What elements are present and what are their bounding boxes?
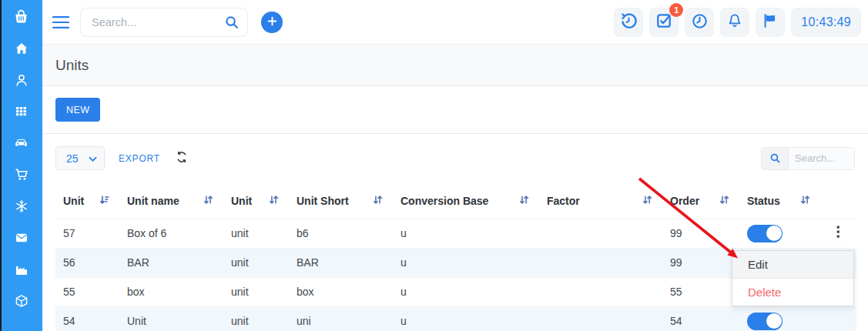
column-label: Conversion Base: [400, 195, 488, 207]
table-search-icon: [762, 148, 789, 169]
table-cell: unit: [223, 248, 289, 277]
column-header-unit-short[interactable]: Unit Short: [289, 183, 393, 219]
table-cell: 55: [55, 277, 119, 306]
column-header-factor[interactable]: Factor: [539, 183, 662, 219]
plus-icon: [266, 15, 278, 29]
new-button[interactable]: NEW: [55, 98, 100, 122]
column-header-unit[interactable]: Unit: [55, 183, 119, 219]
table-cell: 54: [55, 306, 119, 331]
sidebar-item-mail[interactable]: [13, 222, 29, 253]
sidebar-item-home[interactable]: [13, 32, 29, 64]
global-search: [80, 8, 248, 37]
history-icon: [620, 12, 638, 32]
hamburger-icon[interactable]: [52, 15, 69, 29]
sidebar-item-car[interactable]: [13, 127, 29, 159]
status-cell: [739, 306, 820, 331]
mail-icon: [14, 230, 29, 246]
clock-display: 10:43:49: [791, 8, 861, 37]
action-bar: NEW: [42, 86, 868, 134]
table-search-input[interactable]: [789, 148, 854, 169]
table-cell: box: [289, 277, 393, 306]
column-label: Unit: [63, 195, 84, 207]
clock-icon: [691, 12, 709, 32]
context-menu-edit[interactable]: Edit: [732, 251, 853, 279]
table-search: [761, 147, 855, 170]
column-header-order[interactable]: Order: [662, 183, 739, 219]
page-size-value: 25: [66, 152, 79, 165]
context-menu-delete[interactable]: Delete: [732, 279, 853, 306]
row-context-menu: EditDelete: [732, 250, 854, 306]
table-cell: u: [393, 219, 539, 248]
table-cell: 99: [662, 219, 739, 248]
export-button[interactable]: EXPORT: [119, 153, 160, 164]
sort-desc-icon: [99, 195, 109, 207]
app-root: 1 10:43:49 Units NEW 25 EXPORT: [0, 0, 868, 331]
table-cell: u: [393, 248, 539, 277]
sidebar-item-cube[interactable]: [13, 285, 29, 316]
sidebar-item-grid[interactable]: [13, 95, 29, 127]
sort-both-icon: [642, 195, 652, 207]
sidebar-item-user[interactable]: [13, 64, 29, 95]
refresh-button[interactable]: [176, 151, 188, 166]
sort-both-icon: [373, 195, 383, 207]
topbar: 1 10:43:49: [42, 0, 868, 45]
history-button[interactable]: [614, 8, 643, 37]
bell-button[interactable]: [720, 8, 749, 37]
clock-button[interactable]: [685, 8, 714, 37]
table-cell: u: [393, 306, 539, 331]
notification-badge: 1: [669, 3, 683, 17]
table-cell: b6: [289, 219, 393, 248]
column-header-unit[interactable]: Unit: [223, 183, 289, 219]
table-cell: BAR: [289, 248, 393, 277]
table-cell: uni: [289, 306, 393, 331]
row-menu-button[interactable]: [832, 224, 845, 242]
snowflake-icon: [14, 199, 29, 214]
check-square-icon: [655, 12, 672, 32]
cube-icon: [14, 293, 29, 309]
sidebar: [0, 0, 42, 331]
page-size-select[interactable]: 25: [55, 146, 105, 170]
sidebar-item-cart[interactable]: [13, 159, 29, 190]
sort-both-icon: [800, 195, 810, 207]
flag-button[interactable]: [756, 8, 785, 37]
column-header-conversion-base[interactable]: Conversion Base: [393, 183, 539, 219]
table-cell: 54: [662, 306, 739, 331]
table-cell: [539, 306, 662, 331]
kebab-icon: [836, 229, 840, 241]
basket-icon[interactable]: [0, 0, 42, 32]
actions-cell: [820, 306, 856, 331]
table-cell: [539, 248, 662, 277]
table-cell: 99: [662, 248, 739, 277]
table-cell: unit: [223, 277, 289, 306]
clock-time: 10:43:49: [801, 15, 851, 29]
sidebar-item-snowflake[interactable]: [13, 190, 29, 222]
column-label: Factor: [547, 195, 580, 207]
table-cell: BAR: [119, 248, 223, 277]
column-label: Unit: [231, 195, 252, 207]
table-header-row: UnitUnit nameUnitUnit ShortConversion Ba…: [55, 183, 856, 219]
sort-both-icon: [269, 195, 279, 207]
table-cell: [539, 277, 662, 306]
table-cell: [539, 219, 662, 248]
table-cell: box: [119, 277, 223, 306]
car-icon: [13, 135, 29, 151]
table-cell: unit: [223, 306, 289, 331]
add-button[interactable]: [261, 12, 283, 33]
search-icon[interactable]: [224, 15, 240, 33]
status-toggle[interactable]: [747, 313, 783, 330]
column-header-status[interactable]: Status: [739, 183, 820, 219]
sidebar-item-factory[interactable]: [13, 253, 29, 285]
check-square-button[interactable]: 1: [649, 8, 679, 37]
topbar-actions: 1: [608, 8, 785, 37]
column-header-unit-name[interactable]: Unit name: [119, 183, 223, 219]
cart-icon: [14, 167, 29, 182]
column-label: Unit Short: [297, 195, 349, 207]
grid-icon: [14, 104, 28, 119]
sidebar-nav: [13, 32, 29, 316]
sort-both-icon: [203, 195, 213, 207]
column-header-actions: [820, 183, 856, 219]
table-controls: 25 EXPORT: [55, 146, 855, 170]
status-toggle[interactable]: [747, 225, 783, 242]
global-search-input[interactable]: [80, 8, 248, 37]
refresh-icon: [176, 151, 188, 166]
